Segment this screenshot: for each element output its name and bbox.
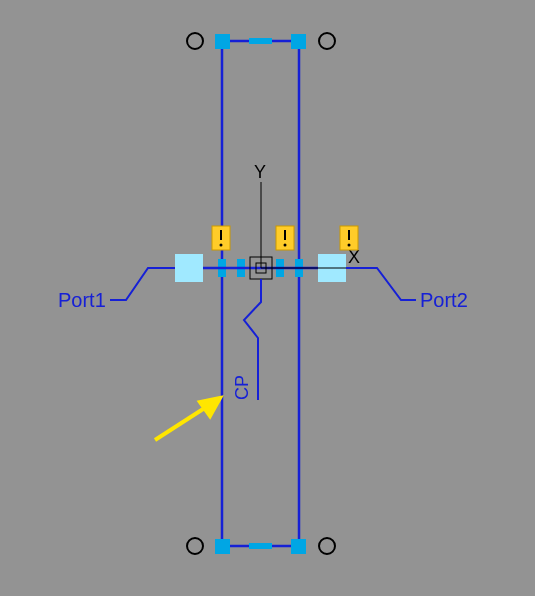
pad-port1[interactable] <box>175 254 203 282</box>
svg-point-5 <box>284 244 287 247</box>
corner-ring-tl <box>187 33 203 49</box>
svg-point-2 <box>220 244 223 247</box>
handle-corner-br[interactable] <box>291 539 306 554</box>
port2-leader <box>346 268 416 300</box>
handle-corner-tr[interactable] <box>291 34 306 49</box>
handle-corner-bl[interactable] <box>215 539 230 554</box>
corner-ring-bl <box>187 538 203 554</box>
svg-point-8 <box>348 244 351 247</box>
port2-label: Port2 <box>420 289 468 311</box>
port1-leader <box>110 268 175 300</box>
warning-marker-3 <box>340 226 358 250</box>
warning-marker-2 <box>276 226 294 250</box>
annotation-arrow <box>155 398 220 440</box>
corner-ring-tr <box>319 33 335 49</box>
handle-corner-tl[interactable] <box>215 34 230 49</box>
svg-marker-10 <box>200 398 220 416</box>
axis-y-label: Y <box>254 162 266 182</box>
warning-marker-1 <box>212 226 230 250</box>
corner-ring-br <box>319 538 335 554</box>
cp-label: CP <box>232 375 252 400</box>
port1-label: Port1 <box>58 289 106 311</box>
schematic-canvas[interactable]: X Y Port1 Port2 CP <box>0 0 535 596</box>
